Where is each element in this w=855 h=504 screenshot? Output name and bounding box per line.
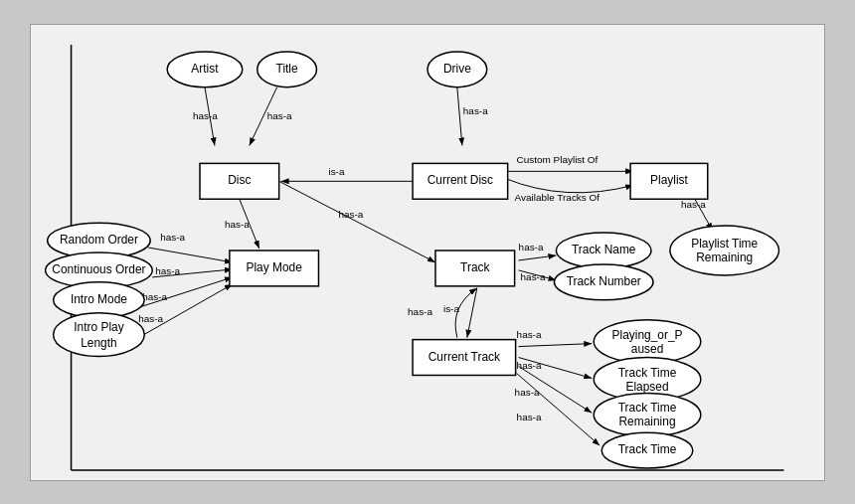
edge-label-playlist-pltr: has-a [681,199,706,210]
node-current-disc-label: Current Disc [428,173,493,187]
edge-label-disc-playmode: has-a [225,219,250,230]
node-continuous-order-label: Continuous Order [52,262,145,276]
edge-label-disc-track: has-a [338,209,363,220]
node-track-label: Track [460,260,489,274]
edge-random-playmode [148,248,233,262]
node-playing-paused-label-1: Playing_or_P [612,327,683,341]
node-ttr-label-1: Track Time [618,401,677,415]
edge-label-introplay-playmode: has-a [138,312,163,323]
node-title-label: Title [276,61,298,75]
node-random-order-label: Random Order [60,233,138,247]
edge-label-ct-tracktime: has-a [517,412,542,422]
edge-currentdisc-playlist2 [505,178,633,192]
node-tte-label-1: Track Time [618,365,677,379]
node-intro-mode-label: Intro Mode [71,291,127,305]
node-track-time-label: Track Time [618,442,677,456]
edge-label-customplaylisto: Custom Playlist Of [517,154,598,165]
node-ptr-label-1: Playlist Time [691,237,758,251]
edge-label-drive-currentdisc: has-a [463,104,488,115]
node-playing-paused-label-2: aused [631,341,664,355]
edge-label-availabletracks: Available Tracks Of [515,192,600,203]
edge-label-artist-disc: has-a [193,109,218,120]
node-ptr-label-2: Remaining [696,251,753,264]
diagram-svg: has-a has-a has-a is-a Custom Playlist O… [31,25,824,480]
node-intro-play-length-label-1: Intro Play [74,319,123,333]
edge-label-track-currenttrack: has-a [408,305,432,316]
node-drive-label: Drive [443,61,471,75]
node-disc-label: Disc [228,173,251,187]
node-playlist-label: Playlist [650,173,688,187]
edge-ct-playingpaused [519,343,593,346]
edge-label-random-playmode: has-a [160,232,185,243]
node-artist-label: Artist [191,61,219,75]
node-intro-play-length-label-2: Length [81,335,117,349]
edge-label-title-disc: has-a [267,109,292,120]
edge-label-ct-elapsed: has-a [517,360,542,371]
diagram-container: has-a has-a has-a is-a Custom Playlist O… [30,24,825,481]
edge-label-continuous-playmode: has-a [155,264,180,275]
node-current-track-label: Current Track [428,349,500,363]
node-ttr-label-2: Remaining [618,415,675,428]
edge-label-ct-remaining: has-a [515,387,540,398]
edge-label-track-trackname: has-a [519,242,544,252]
edge-label-currentdisc-disc: is-a [328,166,344,177]
node-track-number-label: Track Number [567,274,641,288]
edge-label-track-tracknumber: has-a [521,270,546,281]
edge-track-trackname [519,254,557,259]
edge-drive-currentdisc [457,86,462,145]
edge-label-ct-playingpaused: has-a [517,328,542,339]
node-play-mode-label: Play Mode [246,260,302,274]
node-tte-label-2: Elapsed [625,379,668,393]
edge-label-currenttrack-track: is-a [443,302,459,313]
edge-label-intro-playmode: has-a [142,290,167,301]
node-track-name-label: Track Name [572,243,636,256]
